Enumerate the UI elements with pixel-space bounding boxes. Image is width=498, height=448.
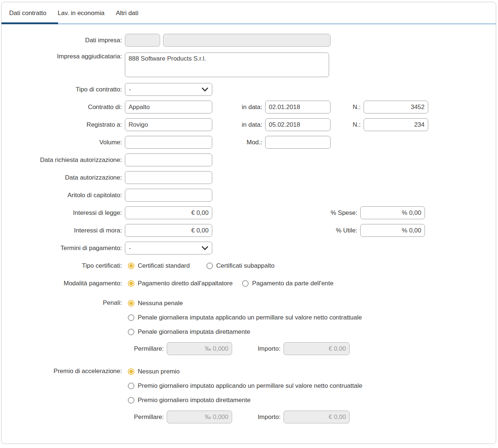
active-tab-underline — [1, 22, 58, 24]
penali-permillare-label: Permillare: — [125, 345, 164, 353]
tab-strip-divider — [1, 24, 496, 24]
contratto-di-field[interactable] — [125, 101, 212, 113]
tab-dati-contratto[interactable]: Dati contratto — [9, 8, 46, 18]
termini-pagamento-selected-value: - — [129, 245, 131, 252]
radio-pagamento-diretto-label[interactable]: Pagamento diretto dall'appaltatore — [138, 280, 232, 287]
tab-altri-dati[interactable]: Altri dati — [116, 8, 138, 18]
tab-lav-in-economia[interactable]: Lav. in economia — [58, 8, 104, 18]
termini-pagamento-label: Termini di pagamento: — [1, 244, 122, 252]
premio-permillare-field[interactable] — [167, 411, 232, 423]
modalita-pagamento-label: Modalità pagamento: — [1, 279, 122, 288]
row-dati-impresa: Dati impresa: — [1, 34, 496, 47]
row-penali: Penali: Nessuna penale Penale giornalier… — [1, 299, 496, 336]
interessi-legge-label: Interessi di legge: — [1, 209, 122, 217]
data-autorizzazione-field[interactable] — [125, 171, 212, 184]
mod-field[interactable] — [265, 136, 331, 149]
row-interessi-mora: Interessi di mora: % Utile: — [1, 224, 496, 237]
radio-certificati-standard[interactable] — [128, 263, 134, 269]
radio-certificati-subappalto[interactable] — [206, 263, 213, 269]
contratto-di-label: Contratto di: — [1, 103, 122, 111]
registrato-in-data-field[interactable] — [265, 118, 331, 131]
radio-pagamento-ente[interactable] — [242, 280, 249, 287]
radio-penale-diretta[interactable] — [128, 329, 134, 335]
volume-field[interactable] — [125, 136, 212, 149]
spese-field[interactable] — [360, 206, 425, 219]
interessi-mora-field[interactable] — [125, 224, 212, 237]
tipo-contratto-label: Tipo di contratto: — [1, 86, 122, 94]
interessi-mora-label: Interessi di mora: — [1, 227, 122, 235]
registrato-a-field[interactable] — [125, 118, 212, 131]
radio-premio-diretto-label[interactable]: Premio giornaliero impotato direttamente — [138, 397, 250, 404]
impresa-aggiudicataria-textarea[interactable]: 888 Software Products S.r.l. — [125, 53, 329, 77]
radio-penale-diretta-label[interactable]: Penale giornaliera imputata direttamente — [138, 328, 250, 336]
radio-nessuna-penale[interactable] — [128, 300, 134, 307]
tipo-contratto-select[interactable]: - — [125, 83, 212, 96]
row-penali-permillare: Permillare: Importo: — [1, 342, 496, 355]
premio-importo-label: Importo: — [251, 413, 281, 421]
radio-premio-permillare-label[interactable]: Premio giornaliero imputato applicando u… — [138, 382, 362, 390]
interessi-legge-field[interactable] — [125, 206, 212, 219]
dati-impresa-name-field[interactable] — [163, 34, 331, 47]
contratto-n-field[interactable] — [364, 101, 428, 113]
row-premio-accelerazione: Premio di accelerazione: Nessun premio P… — [1, 367, 496, 405]
registrato-in-data-label: in data: — [215, 121, 262, 129]
contratto-n-label: N.: — [333, 104, 361, 111]
radio-certificati-subappalto-label[interactable]: Certificati subappalto — [216, 262, 275, 270]
data-autorizzazione-label: Data autorizzazione: — [1, 174, 122, 182]
premio-permillare-label: Permillare: — [125, 413, 164, 421]
tipo-contratto-selected-value: - — [129, 86, 131, 93]
radio-penale-permillare-label[interactable]: Penale giornaliera imputata applicando u… — [138, 314, 362, 321]
row-impresa-aggiudicataria: Impresa aggiudicataria: 888 Software Pro… — [1, 53, 496, 77]
penali-permillare-field[interactable] — [167, 342, 232, 355]
dati-impresa-label: Dati impresa: — [1, 36, 122, 44]
contratto-in-data-label: in data: — [215, 104, 262, 111]
penali-importo-label: Importo: — [251, 345, 281, 353]
dati-impresa-code-field[interactable] — [125, 34, 160, 47]
row-aritolo-capitolato: Aritolo di capitolato: — [1, 189, 496, 202]
radio-penale-permillare[interactable] — [128, 314, 134, 321]
aritolo-capitolato-label: Aritolo di capitolato: — [1, 191, 122, 199]
radio-pagamento-diretto[interactable] — [128, 280, 134, 287]
row-premio-permillare: Permillare: Importo: — [1, 411, 496, 423]
row-contratto-di: Contratto di: in data: N.: — [1, 101, 496, 113]
tipo-certificati-label: Tipo certificati: — [1, 262, 122, 270]
contract-form-panel: Dati contratto Lav. in economia Altri da… — [1, 2, 496, 444]
impresa-aggiudicataria-label: Impresa aggiudicataria: — [1, 53, 122, 61]
penali-label: Penali: — [1, 299, 122, 307]
radio-nessun-premio-label[interactable]: Nessun premio — [138, 368, 180, 375]
row-data-richiesta-autorizzazione: Data richiesta autorizzazione: — [1, 153, 496, 166]
registrato-n-field[interactable] — [364, 118, 428, 131]
tab-bar: Dati contratto Lav. in economia Altri da… — [1, 2, 496, 24]
data-richiesta-autorizzazione-field[interactable] — [125, 153, 212, 166]
volume-label: Volume: — [1, 138, 122, 147]
radio-premio-permillare[interactable] — [128, 383, 134, 389]
radio-premio-diretto[interactable] — [128, 397, 134, 404]
radio-nessun-premio[interactable] — [128, 368, 134, 375]
utile-field[interactable] — [360, 224, 425, 237]
termini-pagamento-select[interactable]: - — [125, 242, 212, 254]
data-richiesta-autorizzazione-label: Data richiesta autorizzazione: — [1, 156, 122, 164]
premio-importo-field[interactable] — [284, 411, 350, 423]
radio-certificati-standard-label[interactable]: Certificati standard — [138, 262, 190, 270]
row-data-autorizzazione: Data autorizzazione: — [1, 171, 496, 184]
row-tipo-certificati: Tipo certificati: Certificati standard C… — [1, 261, 496, 270]
aritolo-capitolato-field[interactable] — [125, 189, 212, 202]
penali-importo-field[interactable] — [284, 342, 350, 355]
chevron-down-icon — [202, 87, 208, 92]
registrato-n-label: N.: — [333, 121, 361, 129]
radio-nessuna-penale-label[interactable]: Nessuna penale — [138, 300, 183, 307]
row-modalita-pagamento: Modalità pagamento: Pagamento diretto da… — [1, 279, 496, 288]
row-interessi-legge: Interessi di legge: % Spese: — [1, 206, 496, 219]
chevron-down-icon — [202, 246, 208, 250]
registrato-a-label: Registrato a: — [1, 121, 122, 129]
row-registrato-a: Registrato a: in data: N.: — [1, 118, 496, 131]
contratto-in-data-field[interactable] — [265, 101, 331, 113]
spese-label: % Spese: — [215, 209, 357, 217]
row-volume: Volume: Mod.: — [1, 136, 496, 149]
row-tipo-contratto: Tipo di contratto: - — [1, 83, 496, 96]
row-termini-pagamento: Termini di pagamento: - — [1, 242, 496, 254]
utile-label: % Utile: — [215, 227, 357, 234]
premio-accelerazione-label: Premio di accelerazione: — [1, 367, 122, 375]
radio-pagamento-ente-label[interactable]: Pagamento da parte dell'ente — [252, 280, 333, 287]
contract-form: Dati impresa: Impresa aggiudicataria: 88… — [1, 24, 496, 423]
